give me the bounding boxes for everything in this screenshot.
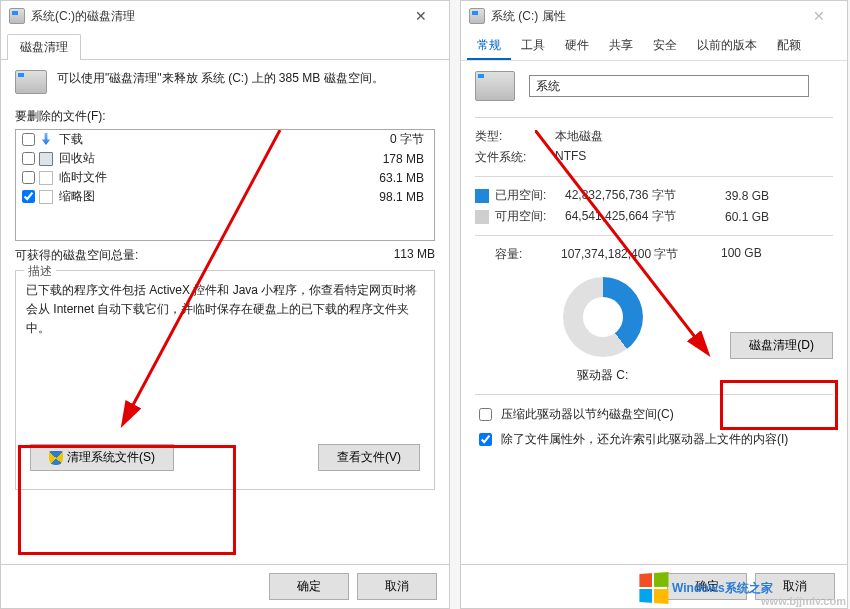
list-item[interactable]: 回收站 178 MB xyxy=(16,149,434,168)
capacity-label: 容量: xyxy=(495,246,561,263)
tab-general[interactable]: 常规 xyxy=(467,33,511,60)
drive-icon xyxy=(15,70,47,94)
close-icon[interactable]: ✕ xyxy=(799,8,839,24)
tab-previous-versions[interactable]: 以前的版本 xyxy=(687,33,767,60)
cleanup-content: 可以使用"磁盘清理"来释放 系统 (C:) 上的 385 MB 磁盘空间。 要删… xyxy=(1,60,449,564)
index-checkbox-row[interactable]: 除了文件属性外，还允许索引此驱动器上文件的内容(I) xyxy=(475,430,833,449)
capacity-bytes: 107,374,182,400 字节 xyxy=(561,246,721,263)
usage-donut-chart xyxy=(563,277,643,357)
checkbox-temp-files[interactable] xyxy=(22,171,35,184)
properties-content: 系统 类型:本地磁盘 文件系统:NTFS 已用空间: 42,832,756,73… xyxy=(461,61,847,564)
properties-title: 系统 (C:) 属性 xyxy=(491,8,799,25)
used-space-legend xyxy=(475,189,489,203)
divider xyxy=(475,394,833,395)
tab-disk-cleanup[interactable]: 磁盘清理 xyxy=(7,34,81,60)
drive-name-input[interactable]: 系统 xyxy=(529,75,809,97)
capacity-human: 100 GB xyxy=(721,246,762,263)
list-item-label: 缩略图 xyxy=(59,188,379,205)
filesystem-value: NTFS xyxy=(555,149,586,166)
list-item[interactable]: 下载 0 字节 xyxy=(16,130,434,149)
tab-hardware[interactable]: 硬件 xyxy=(555,33,599,60)
compress-checkbox[interactable] xyxy=(479,408,492,421)
disk-cleanup-button[interactable]: 磁盘清理(D) xyxy=(730,332,833,359)
ok-button[interactable]: 确定 xyxy=(269,573,349,600)
divider xyxy=(475,117,833,118)
list-item-label: 回收站 xyxy=(59,150,383,167)
compress-label: 压缩此驱动器以节约磁盘空间(C) xyxy=(501,406,674,423)
cancel-button[interactable]: 取消 xyxy=(357,573,437,600)
drive-c-label: 驱动器 C: xyxy=(475,367,730,384)
watermark-text: www.bjjmlv.com xyxy=(761,595,846,607)
type-value: 本地磁盘 xyxy=(555,128,603,145)
tab-quota[interactable]: 配额 xyxy=(767,33,811,60)
list-item-size: 178 MB xyxy=(383,152,424,166)
free-space-label: 可用空间: xyxy=(495,208,565,225)
close-icon[interactable]: ✕ xyxy=(401,8,441,24)
file-icon xyxy=(39,171,53,185)
used-space-human: 39.8 GB xyxy=(725,189,769,203)
free-space-human: 60.1 GB xyxy=(725,210,769,224)
drive-icon xyxy=(475,71,515,101)
filesystem-label: 文件系统: xyxy=(475,149,555,166)
clean-system-files-label: 清理系统文件(S) xyxy=(67,450,155,464)
recycle-bin-icon xyxy=(39,152,53,166)
file-icon xyxy=(39,190,53,204)
disk-cleanup-window: 系统(C:)的磁盘清理 ✕ 磁盘清理 可以使用"磁盘清理"来释放 系统 (C:)… xyxy=(0,0,450,609)
used-space-label: 已用空间: xyxy=(495,187,565,204)
tab-sharing[interactable]: 共享 xyxy=(599,33,643,60)
type-label: 类型: xyxy=(475,128,555,145)
free-space-bytes: 64,541,425,664 字节 xyxy=(565,208,725,225)
index-label: 除了文件属性外，还允许索引此驱动器上文件的内容(I) xyxy=(501,431,788,448)
list-item[interactable]: 缩略图 98.1 MB xyxy=(16,187,434,206)
tab-tools[interactable]: 工具 xyxy=(511,33,555,60)
description-group: 描述 已下载的程序文件包括 ActiveX 控件和 Java 小程序，你查看特定… xyxy=(15,270,435,490)
disk-cleanup-titlebar: 系统(C:)的磁盘清理 ✕ xyxy=(1,1,449,31)
view-files-button[interactable]: 查看文件(V) xyxy=(318,444,420,471)
list-item-size: 63.1 MB xyxy=(379,171,424,185)
divider xyxy=(475,176,833,177)
tab-security[interactable]: 安全 xyxy=(643,33,687,60)
cleanup-bottombar: 确定 取消 xyxy=(1,564,449,608)
list-item[interactable]: 临时文件 63.1 MB xyxy=(16,168,434,187)
free-space-legend xyxy=(475,210,489,224)
compress-checkbox-row[interactable]: 压缩此驱动器以节约磁盘空间(C) xyxy=(475,405,833,424)
description-title: 描述 xyxy=(24,263,56,280)
shield-icon xyxy=(49,451,63,465)
cleanup-tabs: 磁盘清理 xyxy=(1,31,449,60)
list-item-label: 临时文件 xyxy=(59,169,379,186)
list-item-size: 98.1 MB xyxy=(379,190,424,204)
drive-name-value: 系统 xyxy=(536,78,560,95)
files-listbox[interactable]: 下载 0 字节 回收站 178 MB 临时文件 63.1 MB 缩略图 98.1… xyxy=(15,129,435,241)
checkbox-thumbnails[interactable] xyxy=(22,190,35,203)
cleanup-intro-text: 可以使用"磁盘清理"来释放 系统 (C:) 上的 385 MB 磁盘空间。 xyxy=(57,70,384,87)
divider xyxy=(475,235,833,236)
drive-properties-window: 系统 (C:) 属性 ✕ 常规 工具 硬件 共享 安全 以前的版本 配额 系统 … xyxy=(460,0,848,609)
disk-cleanup-title: 系统(C:)的磁盘清理 xyxy=(31,8,401,25)
windows-logo-icon xyxy=(639,572,668,604)
list-item-size: 0 字节 xyxy=(390,131,424,148)
windows-logo: Windows系统之家 xyxy=(638,573,773,603)
properties-tabs: 常规 工具 硬件 共享 安全 以前的版本 配额 xyxy=(461,31,847,61)
files-to-delete-label: 要删除的文件(F): xyxy=(15,108,435,125)
drive-icon xyxy=(9,8,25,24)
description-body: 已下载的程序文件包括 ActiveX 控件和 Java 小程序，你查看特定网页时… xyxy=(26,281,424,339)
checkbox-recycle-bin[interactable] xyxy=(22,152,35,165)
logo-text: Windows系统之家 xyxy=(672,580,773,597)
gain-value: 113 MB xyxy=(394,247,435,264)
drive-icon xyxy=(469,8,485,24)
download-icon xyxy=(39,133,53,147)
list-item-label: 下载 xyxy=(59,131,390,148)
index-checkbox[interactable] xyxy=(479,433,492,446)
properties-titlebar: 系统 (C:) 属性 ✕ xyxy=(461,1,847,31)
checkbox-downloads[interactable] xyxy=(22,133,35,146)
gain-label: 可获得的磁盘空间总量: xyxy=(15,247,138,264)
used-space-bytes: 42,832,756,736 字节 xyxy=(565,187,725,204)
clean-system-files-button[interactable]: 清理系统文件(S) xyxy=(30,444,174,471)
